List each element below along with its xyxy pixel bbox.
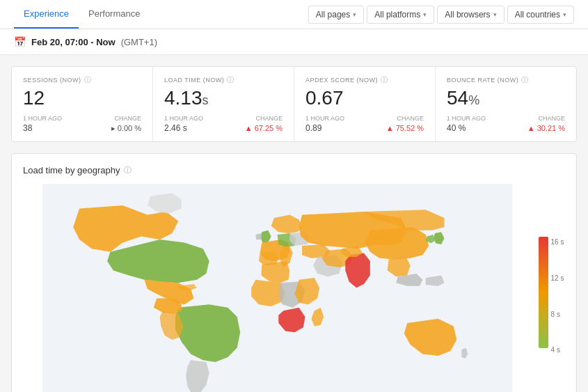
legend-mid2-label: 8 s bbox=[551, 311, 564, 318]
metric-load-time-value: 4.13s bbox=[164, 88, 283, 109]
metric-sessions-change: CHANGE ▸ 0.00 % bbox=[111, 115, 141, 133]
info-icon[interactable]: ⓘ bbox=[84, 75, 92, 85]
calendar-icon: 📅 bbox=[14, 36, 26, 47]
date-value: Feb 20, 07:00 - Now bbox=[31, 37, 116, 47]
chevron-down-icon: ▾ bbox=[353, 11, 356, 18]
main-content: SESSIONS (NOW) ⓘ 12 1 HOUR AGO 38 CHANGE… bbox=[0, 55, 588, 392]
metric-bounce-rate-change: CHANGE ▲ 30.21 % bbox=[527, 115, 565, 133]
metric-sessions-footer: 1 HOUR AGO 38 CHANGE ▸ 0.00 % bbox=[23, 115, 141, 133]
metric-bounce-rate: BOUNCE RATE (NOW) ⓘ 54% 1 HOUR AGO 40 % … bbox=[436, 67, 576, 141]
metric-sessions-prev: 1 HOUR AGO 38 bbox=[23, 115, 62, 133]
map-title: Load time by geography ⓘ bbox=[23, 165, 565, 175]
filter-browsers[interactable]: All browsers ▾ bbox=[437, 6, 504, 24]
legend-mid1-label: 12 s bbox=[551, 274, 564, 282]
tab-performance[interactable]: Performance bbox=[79, 0, 150, 29]
metrics-row: SESSIONS (NOW) ⓘ 12 1 HOUR AGO 38 CHANGE… bbox=[11, 66, 577, 142]
metric-bounce-rate-value: 54% bbox=[447, 88, 565, 109]
metric-bounce-rate-prev: 1 HOUR AGO 40 % bbox=[447, 115, 486, 133]
metric-load-time-label: LOAD TIME (NOW) ⓘ bbox=[164, 75, 283, 85]
metric-sessions: SESSIONS (NOW) ⓘ 12 1 HOUR AGO 38 CHANGE… bbox=[12, 67, 153, 141]
metric-load-time-change: CHANGE ▲ 67.25 % bbox=[245, 115, 283, 133]
info-icon[interactable]: ⓘ bbox=[521, 75, 529, 85]
metric-apdex-change: CHANGE ▲ 75.52 % bbox=[386, 115, 424, 133]
legend-color-bar bbox=[539, 237, 548, 348]
metric-sessions-value: 12 bbox=[23, 88, 141, 109]
metric-apdex: APDEX SCORE (NOW) ⓘ 0.67 1 HOUR AGO 0.89… bbox=[294, 67, 436, 141]
filter-countries[interactable]: All countries ▾ bbox=[507, 6, 574, 24]
metric-apdex-footer: 1 HOUR AGO 0.89 CHANGE ▲ 75.52 % bbox=[305, 115, 424, 133]
map-card: Load time by geography ⓘ bbox=[11, 153, 577, 392]
metric-sessions-label: SESSIONS (NOW) ⓘ bbox=[23, 75, 141, 85]
legend-max-label: 16 s bbox=[551, 238, 564, 246]
metric-load-time-footer: 1 HOUR AGO 2.46 s CHANGE ▲ 67.25 % bbox=[164, 115, 283, 133]
top-nav: Experience Performance All pages ▾ All p… bbox=[0, 0, 588, 29]
map-container: 16 s 12 s 8 s 4 s bbox=[23, 184, 565, 392]
filter-platforms[interactable]: All platforms ▾ bbox=[367, 6, 434, 24]
legend-mid3-label: 4 s bbox=[551, 346, 564, 354]
nav-filters: All pages ▾ All platforms ▾ All browsers… bbox=[308, 6, 574, 24]
metric-bounce-rate-label: BOUNCE RATE (NOW) ⓘ bbox=[447, 75, 565, 85]
metric-bounce-rate-footer: 1 HOUR AGO 40 % CHANGE ▲ 30.21 % bbox=[447, 115, 565, 133]
chevron-down-icon: ▾ bbox=[423, 11, 427, 18]
metric-apdex-value: 0.67 bbox=[305, 88, 424, 109]
map-legend: 16 s 12 s 8 s 4 s bbox=[537, 237, 565, 355]
metric-apdex-prev: 1 HOUR AGO 0.89 bbox=[305, 115, 344, 133]
filter-pages[interactable]: All pages ▾ bbox=[308, 6, 364, 24]
date-bar: 📅 Feb 20, 07:00 - Now (GMT+1) bbox=[0, 29, 588, 55]
tab-experience[interactable]: Experience bbox=[14, 0, 79, 29]
metric-load-time-prev: 1 HOUR AGO 2.46 s bbox=[164, 115, 203, 133]
metric-apdex-label: APDEX SCORE (NOW) ⓘ bbox=[305, 75, 424, 85]
nav-tabs: Experience Performance bbox=[14, 0, 150, 29]
metric-load-time: LOAD TIME (NOW) ⓘ 4.13s 1 HOUR AGO 2.46 … bbox=[153, 67, 294, 141]
info-icon[interactable]: ⓘ bbox=[381, 75, 388, 85]
info-icon[interactable]: ⓘ bbox=[124, 165, 132, 175]
world-map-svg bbox=[23, 184, 532, 392]
timezone-label: (GMT+1) bbox=[121, 37, 157, 47]
info-icon[interactable]: ⓘ bbox=[227, 75, 235, 85]
chevron-down-icon: ▾ bbox=[493, 11, 497, 18]
map-svg bbox=[23, 184, 532, 392]
chevron-down-icon: ▾ bbox=[563, 11, 566, 18]
